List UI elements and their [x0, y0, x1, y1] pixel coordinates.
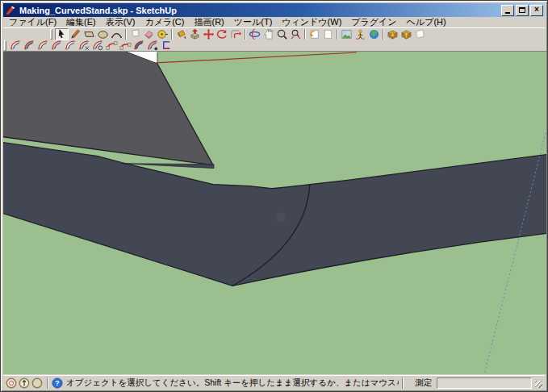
place-model-button[interactable]: [353, 28, 367, 40]
menu-tools[interactable]: ツール(T): [229, 16, 278, 28]
plugin-tool-11-icon: [147, 40, 159, 52]
minimize-icon: [505, 12, 510, 14]
plugin-toolbar: [3, 40, 545, 52]
get-current-view-button[interactable]: [340, 28, 353, 40]
maximize-button[interactable]: [516, 5, 529, 16]
plugin-tool-9-button[interactable]: [119, 40, 132, 52]
plugin-tool-8-icon: [106, 40, 118, 52]
plugin-tool-12-icon: [161, 40, 173, 52]
measurements-input[interactable]: [437, 377, 532, 389]
plugin-tool-10-button[interactable]: [132, 40, 146, 52]
rotate-button[interactable]: [215, 28, 229, 40]
plugin-tool-2-icon: [23, 40, 36, 52]
arc-button[interactable]: [110, 28, 123, 40]
measurements-label: 測定: [415, 377, 432, 389]
toolbar-drag-handle[interactable]: [4, 40, 6, 51]
toolbar-separator: [171, 29, 173, 40]
model-viewport[interactable]: [3, 51, 546, 374]
google-earth-preview-icon: [368, 28, 380, 40]
plugin-tool-7-icon: [92, 40, 104, 52]
plugin-tool-5-button[interactable]: [64, 40, 77, 52]
eraser-button[interactable]: [142, 28, 156, 40]
menu-help[interactable]: ヘルプ(H): [402, 16, 451, 28]
close-icon: ×: [534, 6, 539, 14]
sketchup-logo-icon: [5, 5, 16, 16]
maximize-icon: [519, 7, 525, 13]
select-icon: [56, 28, 68, 40]
offset-icon: [230, 28, 242, 40]
orbit-icon: [249, 28, 261, 40]
toolbar-separator: [337, 29, 338, 40]
menu-view[interactable]: 表示(V): [101, 16, 140, 28]
next-view-button[interactable]: [321, 28, 335, 40]
status-circle-icon-1[interactable]: [6, 377, 17, 389]
app-window: Making_CurvedStand.skp - SketchUp × ファイル…: [0, 0, 548, 392]
menu-edit[interactable]: 編集(E): [61, 16, 101, 28]
push-pull-button[interactable]: [188, 28, 202, 40]
menu-plugins[interactable]: プラグイン: [346, 16, 401, 28]
rectangle-button[interactable]: [82, 28, 96, 40]
menu-draw[interactable]: 描画(R): [189, 16, 228, 28]
plugin-tool-4-icon: [51, 40, 63, 52]
plugin-tool-1-button[interactable]: [9, 40, 23, 52]
menu-window[interactable]: ウィンドウ(W): [277, 16, 346, 28]
plugin-tool-8-button[interactable]: [105, 40, 119, 52]
get-models-button[interactable]: [386, 28, 399, 40]
plugin-tool-10-icon: [133, 40, 145, 52]
get-models-icon: [387, 28, 399, 40]
plugin-tool-12-button[interactable]: [160, 40, 174, 52]
plugin-tool-9-icon: [119, 40, 132, 52]
plugin-tool-4-button[interactable]: [50, 40, 64, 52]
plugin-tool-3-icon: [37, 40, 49, 52]
plugin-tool-7-button[interactable]: [91, 40, 105, 52]
zoom-extents-button[interactable]: [289, 28, 303, 40]
get-current-view-icon: [341, 28, 353, 40]
orbit-button[interactable]: [248, 28, 261, 40]
menu-camera[interactable]: カメラ(C): [140, 16, 189, 28]
menu-file[interactable]: ファイル(F): [4, 16, 61, 28]
menu-bar: ファイル(F)編集(E)表示(V)カメラ(C)描画(R)ツール(T)ウィンドウ(…: [3, 17, 545, 27]
close-button[interactable]: ×: [530, 5, 543, 16]
move-icon: [203, 28, 215, 40]
minimize-button[interactable]: [501, 5, 514, 16]
zoom-button[interactable]: [275, 28, 289, 40]
status-circle-icon-3[interactable]: [31, 377, 43, 389]
toolbar-separator: [245, 29, 246, 40]
share-models-icon: [400, 28, 412, 40]
move-button[interactable]: [202, 28, 215, 40]
status-circle-icon-2[interactable]: [19, 377, 30, 389]
line-button[interactable]: [69, 28, 82, 40]
offset-button[interactable]: [229, 28, 243, 40]
plugin-tool-11-button[interactable]: [146, 40, 160, 52]
share-models-button[interactable]: [399, 28, 413, 40]
circle-icon: [97, 28, 109, 40]
make-component-icon: [129, 28, 141, 40]
paint-bucket-button[interactable]: [174, 28, 188, 40]
plugin-tool-6-button[interactable]: [77, 40, 91, 52]
google-earth-preview-button[interactable]: [367, 28, 381, 40]
title-bar[interactable]: Making_CurvedStand.skp - SketchUp ×: [3, 3, 545, 17]
circle-button[interactable]: [96, 28, 110, 40]
previous-view-button[interactable]: [307, 28, 321, 40]
toolbar-drag-handle[interactable]: [50, 29, 52, 40]
help-icon[interactable]: ?: [52, 377, 63, 389]
tape-measure-icon: [157, 28, 169, 40]
toolbar-separator: [304, 29, 306, 40]
plugin-tool-2-button[interactable]: [23, 40, 36, 52]
pan-button[interactable]: [261, 28, 275, 40]
toolbar-separator: [383, 29, 384, 40]
plugin-tool-5-icon: [65, 40, 77, 52]
main-toolbar: [3, 27, 545, 40]
plugin-tool-3-button[interactable]: [36, 40, 50, 52]
tape-measure-button[interactable]: [156, 28, 169, 40]
resize-grip-icon[interactable]: [533, 377, 543, 389]
make-component-button[interactable]: [128, 28, 142, 40]
share-component-button[interactable]: [413, 28, 427, 40]
status-bar: ? オブジェクトを選択してください。Shift キーを押したまま選択するか、また…: [3, 375, 545, 390]
window-title: Making_CurvedStand.skp - SketchUp: [19, 6, 177, 15]
eraser-icon: [143, 28, 155, 40]
next-view-icon: [322, 28, 334, 40]
pan-icon: [262, 28, 274, 40]
plugin-tool-6-icon: [78, 40, 90, 52]
select-button[interactable]: [55, 28, 69, 40]
